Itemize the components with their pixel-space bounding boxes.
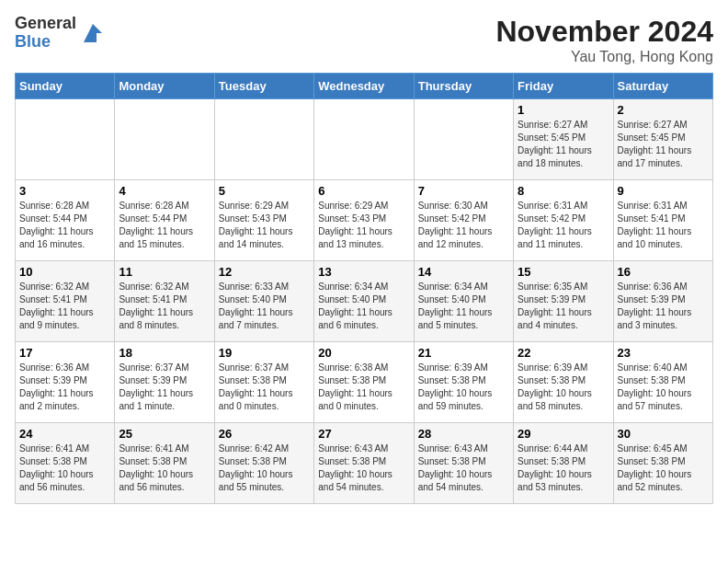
day-number: 5 bbox=[219, 184, 310, 198]
calendar-cell: 7Sunrise: 6:30 AM Sunset: 5:42 PM Daylig… bbox=[414, 180, 513, 261]
calendar-header-row: SundayMondayTuesdayWednesdayThursdayFrid… bbox=[16, 74, 713, 99]
day-info: Sunrise: 6:42 AM Sunset: 5:38 PM Dayligh… bbox=[219, 442, 310, 494]
calendar-cell bbox=[314, 99, 414, 180]
calendar-cell: 20Sunrise: 6:38 AM Sunset: 5:38 PM Dayli… bbox=[314, 342, 414, 423]
day-number: 26 bbox=[219, 427, 310, 441]
day-info: Sunrise: 6:28 AM Sunset: 5:44 PM Dayligh… bbox=[119, 200, 210, 251]
day-info: Sunrise: 6:32 AM Sunset: 5:41 PM Dayligh… bbox=[119, 281, 210, 332]
location: Yau Tong, Hong Kong bbox=[495, 49, 713, 65]
calendar-cell: 11Sunrise: 6:32 AM Sunset: 5:41 PM Dayli… bbox=[115, 261, 214, 342]
day-info: Sunrise: 6:45 AM Sunset: 5:38 PM Dayligh… bbox=[618, 442, 709, 494]
calendar-week-3: 10Sunrise: 6:32 AM Sunset: 5:41 PM Dayli… bbox=[16, 261, 713, 342]
calendar-week-5: 24Sunrise: 6:41 AM Sunset: 5:38 PM Dayli… bbox=[16, 423, 713, 504]
day-number: 10 bbox=[19, 265, 110, 279]
day-info: Sunrise: 6:31 AM Sunset: 5:41 PM Dayligh… bbox=[618, 200, 709, 251]
month-title: November 2024 bbox=[495, 15, 713, 49]
day-number: 9 bbox=[618, 184, 709, 198]
svg-marker-0 bbox=[84, 24, 102, 42]
day-number: 19 bbox=[219, 346, 310, 360]
day-number: 21 bbox=[418, 346, 509, 360]
day-number: 17 bbox=[19, 346, 110, 360]
calendar-cell: 12Sunrise: 6:33 AM Sunset: 5:40 PM Dayli… bbox=[214, 261, 313, 342]
calendar-cell: 23Sunrise: 6:40 AM Sunset: 5:38 PM Dayli… bbox=[613, 342, 712, 423]
logo-general-text: General bbox=[15, 15, 76, 33]
day-info: Sunrise: 6:30 AM Sunset: 5:42 PM Dayligh… bbox=[418, 200, 509, 251]
calendar-cell: 27Sunrise: 6:43 AM Sunset: 5:38 PM Dayli… bbox=[314, 423, 414, 504]
day-number: 12 bbox=[219, 265, 310, 279]
calendar-cell bbox=[16, 99, 115, 180]
day-info: Sunrise: 6:39 AM Sunset: 5:38 PM Dayligh… bbox=[518, 362, 609, 413]
calendar-cell: 22Sunrise: 6:39 AM Sunset: 5:38 PM Dayli… bbox=[514, 342, 613, 423]
day-info: Sunrise: 6:35 AM Sunset: 5:39 PM Dayligh… bbox=[518, 281, 609, 332]
day-number: 18 bbox=[119, 346, 210, 360]
calendar-cell: 2Sunrise: 6:27 AM Sunset: 5:45 PM Daylig… bbox=[613, 99, 712, 180]
calendar-cell bbox=[414, 99, 513, 180]
day-number: 22 bbox=[518, 346, 609, 360]
day-info: Sunrise: 6:29 AM Sunset: 5:43 PM Dayligh… bbox=[318, 200, 409, 251]
day-info: Sunrise: 6:29 AM Sunset: 5:43 PM Dayligh… bbox=[219, 200, 310, 251]
day-info: Sunrise: 6:37 AM Sunset: 5:38 PM Dayligh… bbox=[219, 362, 310, 413]
day-info: Sunrise: 6:41 AM Sunset: 5:38 PM Dayligh… bbox=[19, 442, 110, 494]
day-info: Sunrise: 6:41 AM Sunset: 5:38 PM Dayligh… bbox=[119, 442, 210, 494]
day-number: 29 bbox=[518, 427, 609, 441]
calendar-cell: 13Sunrise: 6:34 AM Sunset: 5:40 PM Dayli… bbox=[314, 261, 414, 342]
day-info: Sunrise: 6:36 AM Sunset: 5:39 PM Dayligh… bbox=[19, 362, 110, 413]
calendar-cell: 15Sunrise: 6:35 AM Sunset: 5:39 PM Dayli… bbox=[514, 261, 613, 342]
calendar-cell: 10Sunrise: 6:32 AM Sunset: 5:41 PM Dayli… bbox=[16, 261, 115, 342]
day-header-wednesday: Wednesday bbox=[314, 74, 414, 99]
calendar-week-2: 3Sunrise: 6:28 AM Sunset: 5:44 PM Daylig… bbox=[16, 180, 713, 261]
day-number: 8 bbox=[518, 184, 609, 198]
title-block: November 2024 Yau Tong, Hong Kong bbox=[495, 15, 713, 65]
day-info: Sunrise: 6:37 AM Sunset: 5:39 PM Dayligh… bbox=[119, 362, 210, 413]
calendar-cell: 5Sunrise: 6:29 AM Sunset: 5:43 PM Daylig… bbox=[214, 180, 313, 261]
day-header-friday: Friday bbox=[514, 74, 613, 99]
day-info: Sunrise: 6:39 AM Sunset: 5:38 PM Dayligh… bbox=[418, 362, 509, 413]
logo-icon bbox=[80, 20, 106, 46]
day-number: 2 bbox=[618, 103, 709, 117]
calendar-cell: 4Sunrise: 6:28 AM Sunset: 5:44 PM Daylig… bbox=[115, 180, 214, 261]
calendar-week-4: 17Sunrise: 6:36 AM Sunset: 5:39 PM Dayli… bbox=[16, 342, 713, 423]
day-info: Sunrise: 6:43 AM Sunset: 5:38 PM Dayligh… bbox=[418, 442, 509, 494]
day-number: 6 bbox=[318, 184, 409, 198]
calendar-cell: 1Sunrise: 6:27 AM Sunset: 5:45 PM Daylig… bbox=[514, 99, 613, 180]
day-header-thursday: Thursday bbox=[414, 74, 513, 99]
day-number: 1 bbox=[518, 103, 609, 117]
day-header-saturday: Saturday bbox=[613, 74, 712, 99]
calendar-table: SundayMondayTuesdayWednesdayThursdayFrid… bbox=[15, 73, 713, 504]
day-number: 30 bbox=[618, 427, 709, 441]
day-number: 24 bbox=[19, 427, 110, 441]
calendar-cell: 24Sunrise: 6:41 AM Sunset: 5:38 PM Dayli… bbox=[16, 423, 115, 504]
calendar-cell bbox=[115, 99, 214, 180]
calendar-cell: 29Sunrise: 6:44 AM Sunset: 5:38 PM Dayli… bbox=[514, 423, 613, 504]
logo-blue-text: Blue bbox=[15, 33, 76, 52]
day-info: Sunrise: 6:27 AM Sunset: 5:45 PM Dayligh… bbox=[518, 119, 609, 170]
logo: General Blue bbox=[15, 15, 106, 52]
day-info: Sunrise: 6:34 AM Sunset: 5:40 PM Dayligh… bbox=[318, 281, 409, 332]
calendar-cell: 18Sunrise: 6:37 AM Sunset: 5:39 PM Dayli… bbox=[115, 342, 214, 423]
calendar-body: 1Sunrise: 6:27 AM Sunset: 5:45 PM Daylig… bbox=[16, 99, 713, 504]
calendar-cell: 17Sunrise: 6:36 AM Sunset: 5:39 PM Dayli… bbox=[16, 342, 115, 423]
day-info: Sunrise: 6:43 AM Sunset: 5:38 PM Dayligh… bbox=[318, 442, 409, 494]
calendar-cell: 3Sunrise: 6:28 AM Sunset: 5:44 PM Daylig… bbox=[16, 180, 115, 261]
calendar-cell: 16Sunrise: 6:36 AM Sunset: 5:39 PM Dayli… bbox=[613, 261, 712, 342]
day-info: Sunrise: 6:27 AM Sunset: 5:45 PM Dayligh… bbox=[618, 119, 709, 170]
calendar-cell bbox=[214, 99, 313, 180]
day-info: Sunrise: 6:36 AM Sunset: 5:39 PM Dayligh… bbox=[618, 281, 709, 332]
day-number: 4 bbox=[119, 184, 210, 198]
calendar-cell: 6Sunrise: 6:29 AM Sunset: 5:43 PM Daylig… bbox=[314, 180, 414, 261]
calendar-cell: 19Sunrise: 6:37 AM Sunset: 5:38 PM Dayli… bbox=[214, 342, 313, 423]
day-info: Sunrise: 6:44 AM Sunset: 5:38 PM Dayligh… bbox=[518, 442, 609, 494]
day-number: 23 bbox=[618, 346, 709, 360]
day-number: 14 bbox=[418, 265, 509, 279]
calendar-cell: 9Sunrise: 6:31 AM Sunset: 5:41 PM Daylig… bbox=[613, 180, 712, 261]
day-info: Sunrise: 6:33 AM Sunset: 5:40 PM Dayligh… bbox=[219, 281, 310, 332]
day-number: 15 bbox=[518, 265, 609, 279]
calendar-cell: 26Sunrise: 6:42 AM Sunset: 5:38 PM Dayli… bbox=[214, 423, 313, 504]
day-number: 13 bbox=[318, 265, 409, 279]
day-header-sunday: Sunday bbox=[16, 74, 115, 99]
day-header-monday: Monday bbox=[115, 74, 214, 99]
calendar-cell: 21Sunrise: 6:39 AM Sunset: 5:38 PM Dayli… bbox=[414, 342, 513, 423]
calendar-cell: 14Sunrise: 6:34 AM Sunset: 5:40 PM Dayli… bbox=[414, 261, 513, 342]
day-number: 20 bbox=[318, 346, 409, 360]
day-number: 27 bbox=[318, 427, 409, 441]
